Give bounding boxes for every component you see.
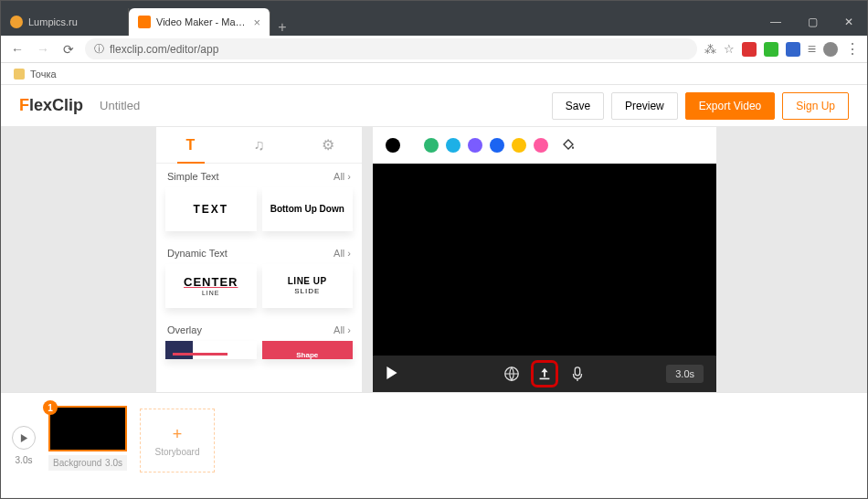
- url-text: flexclip.com/editor/app: [110, 43, 218, 56]
- add-label: Storyboard: [155, 447, 200, 457]
- add-storyboard-button[interactable]: + Storyboard: [140, 409, 215, 472]
- avatar[interactable]: [823, 42, 838, 57]
- bookmarks-bar: Точка: [1, 63, 867, 85]
- play-button[interactable]: [386, 366, 398, 382]
- app-header: FlexClip Untitled Save Preview Export Vi…: [1, 85, 867, 127]
- favicon: [10, 16, 23, 28]
- color-swatch-cyan[interactable]: [446, 138, 460, 153]
- see-all-link[interactable]: All ›: [333, 248, 351, 259]
- minimize-button[interactable]: —: [757, 8, 794, 36]
- color-swatch-green[interactable]: [424, 138, 439, 153]
- section-title: Dynamic Text: [167, 248, 228, 259]
- sign-up-button[interactable]: Sign Up: [782, 92, 849, 120]
- project-title[interactable]: Untitled: [100, 99, 140, 112]
- color-swatch-purple[interactable]: [468, 138, 482, 153]
- text-template-bottomup[interactable]: Bottom Up Down: [262, 187, 354, 231]
- tab-title: Video Maker - Make a Video for: [156, 16, 248, 27]
- globe-icon[interactable]: [498, 360, 525, 388]
- color-swatch-yellow[interactable]: [512, 138, 526, 153]
- section-overlay: Overlay All ›: [156, 317, 362, 341]
- color-swatch-black[interactable]: [386, 138, 400, 153]
- plus-icon: +: [173, 425, 183, 444]
- flexclip-logo[interactable]: FlexClip: [19, 96, 83, 115]
- menu-icon[interactable]: ⋮: [845, 40, 860, 58]
- save-button[interactable]: Save: [552, 92, 604, 120]
- timeline-play-button[interactable]: [12, 426, 36, 450]
- back-button[interactable]: ←: [8, 42, 26, 57]
- section-title: Overlay: [167, 324, 202, 335]
- extension-icon-2[interactable]: [764, 42, 778, 57]
- microphone-icon[interactable]: [564, 360, 591, 388]
- export-video-button[interactable]: Export Video: [685, 92, 776, 120]
- tab-settings[interactable]: ⚙: [293, 127, 362, 163]
- clip-duration[interactable]: 3.0s: [666, 365, 704, 383]
- secure-icon: ⓘ: [94, 42, 104, 56]
- clip-thumbnail[interactable]: [48, 406, 127, 451]
- new-tab-button[interactable]: +: [270, 19, 294, 36]
- text-template-lineup[interactable]: LINE UP SLIDE: [262, 264, 354, 308]
- color-palette: [373, 127, 716, 164]
- extension-icon-1[interactable]: [742, 42, 757, 57]
- window-controls: — ▢ ✕: [757, 8, 867, 36]
- main-editor: T ♫ ⚙ Simple Text All › TEXT Bottom Up D…: [1, 127, 867, 392]
- panel-tabs: T ♫ ⚙: [156, 127, 362, 164]
- reading-list-icon[interactable]: ≡: [808, 41, 816, 58]
- color-swatch-blue[interactable]: [490, 138, 504, 153]
- left-panel: T ♫ ⚙ Simple Text All › TEXT Bottom Up D…: [156, 127, 362, 392]
- favicon: [138, 16, 151, 28]
- upload-button[interactable]: [531, 360, 558, 388]
- browser-tab-2[interactable]: Video Maker - Make a Video for ×: [129, 8, 270, 36]
- see-all-link[interactable]: All ›: [333, 171, 351, 182]
- tab-text[interactable]: T: [156, 127, 225, 163]
- timeline-clip-1[interactable]: 1 Background 3.0s: [48, 406, 127, 471]
- clip-label: Background: [53, 458, 101, 468]
- url-input[interactable]: ⓘ flexclip.com/editor/app: [85, 38, 697, 59]
- clip-number-badge: 1: [43, 400, 58, 415]
- clip-dur: 3.0s: [105, 458, 122, 468]
- bookmark-star-icon[interactable]: ☆: [724, 42, 735, 56]
- extension-icon-3[interactable]: [786, 42, 800, 57]
- close-icon[interactable]: ×: [253, 16, 260, 29]
- video-preview[interactable]: [373, 164, 716, 356]
- svg-rect-1: [575, 367, 579, 376]
- reload-button[interactable]: ⟳: [59, 42, 78, 57]
- player-controls: 3.0s: [373, 356, 716, 392]
- tab-title: Lumpics.ru: [28, 16, 119, 27]
- browser-tabstrip: Lumpics.ru Video Maker - Make a Video fo…: [1, 1, 867, 36]
- preview-button[interactable]: Preview: [611, 92, 678, 120]
- overlay-template-shape[interactable]: Shape: [262, 341, 354, 359]
- address-bar: ← → ⟳ ⓘ flexclip.com/editor/app ⁂ ☆ ≡ ⋮: [1, 36, 867, 63]
- section-simple-text: Simple Text All ›: [156, 164, 362, 187]
- timeline: 3.0s 1 Background 3.0s + Storyboard: [1, 392, 867, 497]
- music-icon: ♫: [254, 137, 265, 154]
- color-swatch-pink[interactable]: [534, 138, 548, 153]
- preview-panel: 3.0s: [373, 127, 716, 392]
- close-button[interactable]: ✕: [831, 8, 867, 36]
- maximize-button[interactable]: ▢: [794, 8, 831, 36]
- extensions: ⁂ ☆ ≡ ⋮: [704, 40, 860, 58]
- gear-icon: ⚙: [322, 136, 334, 154]
- section-dynamic-text: Dynamic Text All ›: [156, 240, 362, 264]
- overlay-template-1[interactable]: [165, 341, 257, 359]
- text-icon: T: [186, 137, 196, 154]
- see-all-link[interactable]: All ›: [333, 324, 351, 335]
- text-template-plain[interactable]: TEXT: [165, 187, 257, 231]
- section-title: Simple Text: [167, 171, 219, 182]
- paint-bucket-icon[interactable]: [561, 137, 576, 154]
- translate-icon[interactable]: ⁂: [704, 42, 716, 56]
- bookmark-item[interactable]: Точка: [30, 69, 57, 80]
- text-template-centerline[interactable]: CENTER LINE: [165, 264, 257, 308]
- browser-tab-1[interactable]: Lumpics.ru: [1, 8, 129, 36]
- timeline-total-duration: 3.0s: [12, 455, 36, 465]
- bookmark-folder-icon: [14, 69, 25, 80]
- forward-button[interactable]: →: [34, 42, 52, 57]
- tab-music[interactable]: ♫: [225, 127, 293, 163]
